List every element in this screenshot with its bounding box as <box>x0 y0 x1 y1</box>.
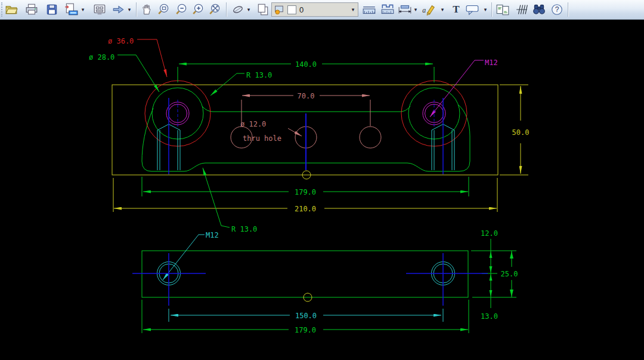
open-folder-icon <box>5 3 18 16</box>
dim-13: 13.0 <box>481 312 498 321</box>
zoom-fit-button[interactable] <box>207 2 222 17</box>
export-dwg-icon <box>64 3 78 16</box>
markup-dropdown[interactable]: ▾ <box>439 2 446 17</box>
find-button[interactable] <box>531 2 547 17</box>
copy-compare-button[interactable] <box>495 2 510 17</box>
measure-path-icon <box>380 3 395 16</box>
layer-value: 0 <box>299 5 304 14</box>
thru-hole-3 <box>360 127 381 148</box>
text-tool-button[interactable]: T <box>448 2 464 17</box>
zoom-fit-icon <box>208 3 221 16</box>
layers-button[interactable] <box>255 2 271 17</box>
dim-179-front: 179.0 <box>295 188 316 196</box>
forward-button[interactable] <box>111 2 126 17</box>
measure-ruler-icon <box>362 3 376 16</box>
export-button[interactable] <box>63 2 79 17</box>
measure-path-button[interactable] <box>380 2 395 17</box>
measure-button[interactable] <box>361 2 377 17</box>
comment-dropdown[interactable]: ▾ <box>482 2 489 17</box>
save-icon <box>45 3 58 16</box>
front-view: ø 36.0 ø 28.0 R 13.0 140.0 70.0 ø 12.0 t… <box>89 37 529 233</box>
label-m12-front: M12 <box>485 59 498 67</box>
zoom-in-button[interactable] <box>190 2 206 17</box>
markup-button[interactable]: a <box>421 2 436 17</box>
export-dropdown[interactable]: ▾ <box>79 2 86 17</box>
forward-arrow-icon <box>112 3 126 16</box>
toolbar-separator <box>491 2 493 17</box>
drawing-canvas[interactable]: ø 36.0 ø 28.0 R 13.0 140.0 70.0 ø 12.0 t… <box>0 0 644 360</box>
hatch-icon <box>515 3 528 16</box>
label-dia12: ø 12.0 <box>240 120 266 128</box>
toolbar-separator <box>226 2 227 17</box>
dimension-dropdown[interactable]: ▾ <box>412 2 419 17</box>
label-dia28: ø 28.0 <box>89 53 114 61</box>
label-r13-bottom: R 13.0 <box>231 225 257 233</box>
dim-12: 12.0 <box>481 229 498 238</box>
ellipse-tool-icon <box>231 3 244 16</box>
dim-70: 70.0 <box>298 92 315 100</box>
help-button[interactable]: ? <box>549 2 565 17</box>
dim-50: 50.0 <box>512 128 530 137</box>
markup-pencil-icon: a <box>421 3 436 16</box>
dimension-tool-icon <box>398 3 412 16</box>
comment-button[interactable] <box>465 2 480 17</box>
centerline <box>132 253 488 306</box>
text-tool-icon: T <box>453 4 459 16</box>
label-m12-bottom: M12 <box>206 231 219 239</box>
svg-text:a: a <box>422 6 426 14</box>
pan-button[interactable] <box>139 2 154 17</box>
zoom-out-icon <box>175 3 188 16</box>
zoom-in-icon <box>191 3 205 16</box>
cad-application-window: ▾ ▾ <box>0 0 644 360</box>
print-button[interactable] <box>24 2 39 17</box>
view-layout-button[interactable] <box>92 2 107 17</box>
pan-hand-icon <box>140 3 153 16</box>
help-icon: ? <box>550 3 564 16</box>
layer-color-swatch <box>287 5 296 14</box>
ellipse-dropdown[interactable]: ▾ <box>245 2 252 17</box>
toolbar-grip[interactable] <box>1 2 2 17</box>
dim-210: 210.0 <box>295 205 316 213</box>
toolbar-separator <box>136 2 137 17</box>
dim-25: 25.0 <box>501 270 518 278</box>
copy-compare-icon <box>496 3 510 16</box>
dimension-button[interactable] <box>397 2 413 17</box>
label-r13-top: R 13.0 <box>246 71 272 79</box>
comment-bubble-icon <box>465 3 479 16</box>
view-layout-icon <box>93 3 106 16</box>
main-toolbar: ▾ ▾ <box>0 0 644 20</box>
save-button[interactable] <box>44 2 60 17</box>
ellipse-tool-button[interactable] <box>230 2 246 17</box>
forward-dropdown[interactable]: ▾ <box>126 2 133 17</box>
zoom-window-icon <box>157 3 170 16</box>
hatch-button[interactable] <box>514 2 530 17</box>
layer-combo[interactable]: 0 ▾ <box>271 2 358 17</box>
layer-visibility-icon <box>274 4 284 15</box>
bottom-outline <box>142 251 468 297</box>
dim-179-bottom: 179.0 <box>295 326 316 334</box>
dim-150: 150.0 <box>295 312 317 320</box>
layers-icon <box>256 3 270 16</box>
toolbar-separator <box>568 2 569 17</box>
find-binoculars-icon <box>532 3 546 16</box>
svg-text:?: ? <box>555 5 559 14</box>
label-thru-hole: thru hole <box>243 134 281 143</box>
open-button[interactable] <box>4 2 19 17</box>
label-dia36: ø 36.0 <box>108 37 134 45</box>
zoom-window-button[interactable] <box>156 2 171 17</box>
bottom-view: M12 12.0 25.0 13.0 150.0 179.0 <box>132 229 518 334</box>
print-icon <box>25 3 38 16</box>
zoom-out-button[interactable] <box>174 2 189 17</box>
dim-140: 140.0 <box>295 60 317 69</box>
layer-dropdown[interactable]: ▾ <box>348 3 358 16</box>
